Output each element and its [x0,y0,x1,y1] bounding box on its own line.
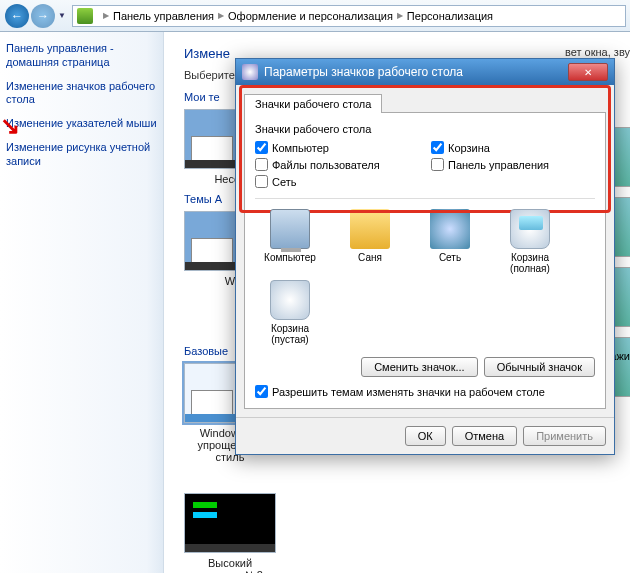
default-icon-button[interactable]: Обычный значок [484,357,595,377]
group-label: Значки рабочего стола [255,123,595,135]
chevron-right-icon: ▶ [103,11,109,20]
checkbox-recycle-bin[interactable]: Корзина [431,141,595,154]
sidebar-link-mouse-pointers[interactable]: Изменение указателей мыши [6,117,157,131]
breadcrumb[interactable]: ▶ Панель управления ▶ Оформление и персо… [72,5,626,27]
computer-icon [270,209,310,249]
icon-item-computer[interactable]: Компьютер [255,209,325,274]
checkbox-network[interactable]: Сеть [255,175,419,188]
dialog-title: Параметры значков рабочего стола [264,65,463,79]
theme-label: Высокий контраст №2 [197,557,263,573]
recycle-bin-empty-icon [270,280,310,320]
network-icon [430,209,470,249]
sidebar-link-account-picture[interactable]: Изменение рисунка учетной записи [6,141,157,169]
nav-toolbar: ← → ▼ ▶ Панель управления ▶ Оформление и… [0,0,630,32]
icon-item-bin-full[interactable]: Корзина (полная) [495,209,565,274]
icon-item-bin-empty[interactable]: Корзина (пустая) [255,280,325,345]
back-button[interactable]: ← [5,4,29,28]
chevron-right-icon: ▶ [218,11,224,20]
ok-button[interactable]: ОК [405,426,446,446]
sidebar-home-link[interactable]: Панель управления - домашняя страница [6,42,157,70]
sidebar-link-desktop-icons[interactable]: Изменение значков рабочего стола [6,80,157,108]
allow-themes-label: Разрешить темам изменять значки на рабоч… [272,386,545,398]
control-panel-icon [77,8,93,24]
breadcrumb-item[interactable]: Панель управления [113,10,214,22]
history-dropdown[interactable]: ▼ [56,4,68,28]
icon-item-user[interactable]: Саня [335,209,405,274]
dialog-titlebar[interactable]: Параметры значков рабочего стола ✕ [236,59,614,85]
breadcrumb-item[interactable]: Оформление и персонализация [228,10,393,22]
dialog-icon [242,64,258,80]
change-icon-button[interactable]: Сменить значок... [361,357,478,377]
desktop-icons-dialog: Параметры значков рабочего стола ✕ Значк… [235,58,615,455]
sidebar: Панель управления - домашняя страница Из… [0,32,164,573]
checkbox-control-panel[interactable]: Панель управления [431,158,595,171]
breadcrumb-item[interactable]: Персонализация [407,10,493,22]
icon-item-network[interactable]: Сеть [415,209,485,274]
cutoff-text: вет окна, зву [565,46,630,58]
close-button[interactable]: ✕ [568,63,608,81]
theme-card[interactable]: Высокий контраст №2 [184,493,276,573]
folder-icon [350,209,390,249]
forward-button[interactable]: → [31,4,55,28]
checkbox-computer[interactable]: Компьютер [255,141,419,154]
theme-label: W [225,275,235,287]
icon-preview-grid: Компьютер Саня Сеть Корзина (полная) Кор… [255,198,595,345]
chevron-right-icon: ▶ [397,11,403,20]
recycle-bin-full-icon [510,209,550,249]
tab-desktop-icons[interactable]: Значки рабочего стола [244,94,382,113]
checkbox-allow-themes[interactable] [255,385,268,398]
cancel-button[interactable]: Отмена [452,426,517,446]
apply-button[interactable]: Применить [523,426,606,446]
checkbox-user-files[interactable]: Файлы пользователя [255,158,419,171]
